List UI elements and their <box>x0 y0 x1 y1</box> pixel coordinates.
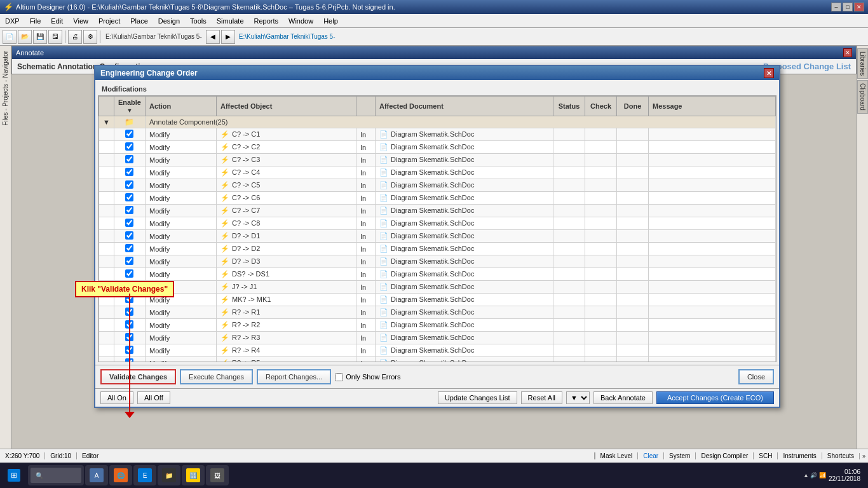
row-enable-checkbox-6[interactable] <box>125 206 133 214</box>
taskbar-item-6[interactable]: 🖼 <box>206 465 229 485</box>
row-in-2: In <box>356 154 376 166</box>
report-changes-button[interactable]: Report Changes... <box>257 369 331 384</box>
menu-window[interactable]: Window <box>283 14 318 27</box>
status-instruments[interactable]: Instruments <box>777 452 821 459</box>
annotate-title-text: Annotate <box>16 49 843 57</box>
close-button[interactable]: ✕ <box>854 3 864 11</box>
row-checkbox-9[interactable] <box>114 243 145 255</box>
row-action-0: Modify <box>145 128 216 141</box>
row-checkbox-8[interactable] <box>114 230 145 243</box>
row-check-0 <box>585 128 617 141</box>
menu-place[interactable]: Place <box>125 14 153 27</box>
menu-simulate[interactable]: Simulate <box>212 14 249 27</box>
row-checkbox-7[interactable] <box>114 217 145 230</box>
update-changes-button[interactable]: Update Changes List <box>438 391 517 404</box>
execute-changes-button[interactable]: Execute Changes <box>180 369 253 384</box>
row-object-14: ⚡R? -> R1 <box>217 306 356 319</box>
taskbar-item-3[interactable]: E <box>133 465 156 485</box>
toolbar-fullpath: E:\Kuliah\Gambar Teknik\Tugas 5- <box>236 33 865 40</box>
reset-all-dropdown[interactable]: ▼ <box>566 391 590 404</box>
row-enable-checkbox-5[interactable] <box>125 193 133 201</box>
menu-view[interactable]: View <box>68 14 93 27</box>
taskbar-item-5[interactable]: 🔢 <box>182 465 205 485</box>
row-message-3 <box>649 166 776 179</box>
start-button[interactable]: ⊞ <box>3 464 25 487</box>
status-system[interactable]: System <box>663 452 695 459</box>
row-checkbox-1[interactable] <box>114 141 145 154</box>
title-bar-buttons: – □ ✕ <box>831 3 864 11</box>
annotation-tooltip: Klik "Validate Changes" <box>75 281 174 297</box>
row-enable-checkbox-9[interactable] <box>125 244 133 252</box>
table-row: Modify ⚡C? -> C8 In 📄Diagram Skematik.Sc… <box>99 217 776 230</box>
toolbar-save[interactable]: 💾 <box>33 30 47 44</box>
menu-edit[interactable]: Edit <box>46 14 68 27</box>
group-expand[interactable]: ▼ <box>99 116 114 128</box>
row-checkbox-5[interactable] <box>114 192 145 205</box>
row-checkbox-2[interactable] <box>114 154 145 166</box>
row-done-0 <box>617 128 649 141</box>
maximize-button[interactable]: □ <box>843 3 853 11</box>
toolbar-saveall[interactable]: 🖫 <box>48 30 62 44</box>
eco-table-container[interactable]: Enable ▼ Action Affected Object Affected… <box>98 95 776 362</box>
menu-help[interactable]: Help <box>318 14 343 27</box>
row-action-8: Modify <box>145 230 216 243</box>
annotate-close-button[interactable]: ✕ <box>843 48 852 57</box>
eco-close-button[interactable]: Close <box>738 369 774 384</box>
row-enable-checkbox-8[interactable] <box>125 231 133 240</box>
right-panel-clipboard[interactable]: Clipboard <box>857 80 868 114</box>
row-checkbox-10[interactable] <box>114 255 145 268</box>
taskbar-item-1[interactable]: A <box>85 465 108 485</box>
status-shortcuts[interactable]: Shortcuts <box>822 452 859 459</box>
reset-all-button[interactable]: Reset All <box>521 391 562 404</box>
row-status-18 <box>553 357 585 363</box>
status-grid: Grid:10 <box>45 452 77 459</box>
row-enable-checkbox-3[interactable] <box>125 168 133 176</box>
menu-design[interactable]: Design <box>153 14 185 27</box>
validate-changes-button[interactable]: Validate Changes <box>100 369 176 384</box>
all-off-button[interactable]: All Off <box>137 391 170 404</box>
row-action-6: Modify <box>145 205 216 217</box>
menu-project[interactable]: Project <box>93 14 125 27</box>
row-enable-checkbox-2[interactable] <box>125 155 133 163</box>
row-checkbox-11[interactable] <box>114 268 145 281</box>
status-expand[interactable]: » <box>859 453 868 459</box>
toolbar-new[interactable]: 📄 <box>3 30 17 44</box>
status-sch[interactable]: SCH <box>753 452 777 459</box>
back-annotate-button[interactable]: Back Annotate <box>593 391 653 404</box>
menu-dxp[interactable]: DXP <box>0 14 25 27</box>
eco-close-icon[interactable]: ✕ <box>764 68 774 78</box>
row-object-0: ⚡C? -> C1 <box>217 128 356 141</box>
status-clear[interactable]: Clear <box>637 452 663 459</box>
row-enable-checkbox-0[interactable] <box>125 130 133 138</box>
row-enable-checkbox-4[interactable] <box>125 180 133 189</box>
menu-file[interactable]: File <box>25 14 46 27</box>
taskbar-item-2[interactable]: 🌐 <box>109 465 132 485</box>
minimize-button[interactable]: – <box>831 3 841 11</box>
toolbar-nav-back[interactable]: ◀ <box>206 30 220 44</box>
row-enable-checkbox-10[interactable] <box>125 257 133 265</box>
row-checkbox-6[interactable] <box>114 205 145 217</box>
toolbar-nav-fwd[interactable]: ▶ <box>221 30 235 44</box>
header-affected-document: Affected Document <box>376 97 553 116</box>
row-enable-checkbox-11[interactable] <box>125 269 133 278</box>
status-design-compiler[interactable]: Design Compiler <box>695 452 753 459</box>
toolbar-open[interactable]: 📂 <box>18 30 32 44</box>
toolbar-print[interactable]: 🖨 <box>68 30 82 44</box>
row-document-3: 📄Diagram Skematik.SchDoc <box>376 166 553 179</box>
taskbar-item-4[interactable]: 📁 <box>158 465 180 485</box>
toolbar-btn3[interactable]: ⚙ <box>83 30 97 44</box>
right-panel-libraries[interactable]: Libraries <box>857 48 868 79</box>
row-checkbox-0[interactable] <box>114 128 145 141</box>
row-checkbox-3[interactable] <box>114 166 145 179</box>
only-show-errors-checkbox[interactable] <box>335 373 343 381</box>
row-enable-checkbox-7[interactable] <box>125 219 133 227</box>
accept-changes-button[interactable]: Accept Changes (Create ECO) <box>656 391 774 404</box>
taskbar-search[interactable]: 🔍 <box>28 465 84 485</box>
row-checkbox-4[interactable] <box>114 179 145 192</box>
only-show-errors-label[interactable]: Only Show Errors <box>335 373 400 381</box>
menu-tools[interactable]: Tools <box>185 14 212 27</box>
row-enable-checkbox-1[interactable] <box>125 142 133 151</box>
row-action-17: Modify <box>145 344 216 357</box>
menu-reports[interactable]: Reports <box>249 14 284 27</box>
sidebar-files[interactable]: Files - Projects - Navigator <box>1 48 10 128</box>
